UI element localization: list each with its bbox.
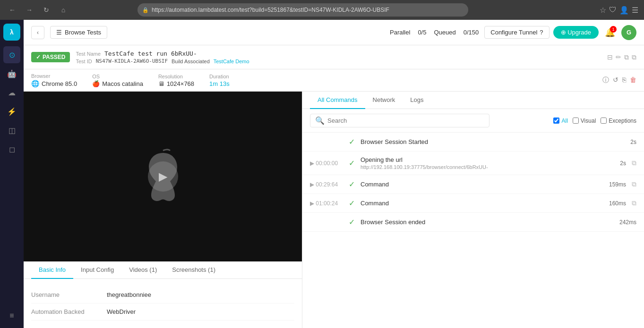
filter-visual[interactable]: Visual <box>573 118 596 124</box>
test-id-label: Test ID <box>76 59 92 64</box>
command-name: Opening the url <box>361 156 597 163</box>
filter-icon[interactable]: ⊟ <box>607 53 613 61</box>
basic-info-area: Username thegreatbonniee Automation Back… <box>24 279 302 328</box>
tab-input-config[interactable]: Input Config <box>73 261 121 279</box>
configure-tunnel-button[interactable]: Configure Tunnel ? <box>484 26 549 39</box>
command-name-col: Browser Session Started <box>361 138 607 145</box>
browser-value: Chrome 85.0 <box>42 80 77 87</box>
filter-visual-checkbox[interactable] <box>573 118 579 124</box>
filter-all[interactable]: All <box>553 118 567 124</box>
main-content: ‹ ☰ Browse Tests Parallel 0/5 Queued 0/1… <box>24 20 644 328</box>
command-duration: 159ms <box>602 181 626 188</box>
check-icon: ✓ <box>36 54 41 60</box>
list-icon: ☰ <box>56 29 62 36</box>
notifications-button[interactable]: 🔔 1 <box>602 25 618 40</box>
reload-button[interactable]: ↻ <box>40 3 53 17</box>
check-icon: ✓ <box>349 218 355 227</box>
copy-icon[interactable]: ⧉ <box>624 53 629 61</box>
notification-badge: 1 <box>610 26 617 33</box>
screenshot-icon[interactable]: ⧉ <box>632 199 636 207</box>
video-panel: ▶ Basic Info Input Config Videos (1) Scr… <box>24 92 302 328</box>
status-text: PASSED <box>43 54 65 60</box>
duration-label: Duration <box>209 74 230 79</box>
upgrade-button[interactable]: ⊕ Upgrade <box>553 26 599 39</box>
content-area: ✓ PASSED Test Name TestCafe test run 6bR… <box>24 45 644 328</box>
status-badge: ✓ PASSED <box>31 52 70 62</box>
build-link[interactable]: TestCafe Demo <box>214 59 249 64</box>
edit-icon[interactable]: ✏ <box>616 53 621 61</box>
command-name: Command <box>361 200 597 207</box>
commands-panel: All Commands Network Logs 🔍 <box>302 92 644 328</box>
command-name-col: Opening the url http://192.168.100.19:37… <box>361 156 597 170</box>
command-list: ✓ Browser Session Started 2s ▶ 00:00:00 <box>302 133 644 328</box>
tab-all-commands[interactable]: All Commands <box>310 92 365 109</box>
sidebar-item-automation[interactable]: 🤖 <box>3 65 20 82</box>
tab-basic-info[interactable]: Basic Info <box>31 261 73 279</box>
copy2-icon[interactable]: ⧉ <box>632 53 636 61</box>
command-row: ▶ 00:00:00 ✓ Opening the url http://192.… <box>302 151 644 175</box>
top-bar-actions: Configure Tunnel ? ⊕ Upgrade 🔔 1 G <box>484 25 636 40</box>
bookmark-icon[interactable]: ☆ <box>600 6 606 15</box>
back-button[interactable]: ← <box>6 3 19 17</box>
browse-tests-button[interactable]: ☰ Browse Tests <box>50 26 107 39</box>
tab-screenshots[interactable]: Screenshots (1) <box>164 261 223 279</box>
profile-icon[interactable]: 👤 <box>619 6 629 15</box>
menu-icon[interactable]: ☰ <box>632 6 638 15</box>
tab-logs[interactable]: Logs <box>403 92 431 109</box>
command-duration: 2s <box>613 139 636 145</box>
sidebar-item-visual[interactable]: ◫ <box>3 122 20 139</box>
command-duration: 242ms <box>613 219 636 226</box>
command-name: Command <box>361 181 597 188</box>
search-input[interactable] <box>327 117 484 124</box>
screenshot-icon[interactable]: ⧉ <box>632 180 636 188</box>
app-logo[interactable]: λ <box>3 24 20 41</box>
resolution-label: Resolution <box>158 74 194 79</box>
os-meta: OS 🍎 Macos catalina <box>92 74 143 87</box>
basic-info-username-row: Username thegreatbonniee <box>31 286 294 303</box>
rerun-icon[interactable]: ↺ <box>613 76 618 84</box>
build-associated-label: Build Associated <box>172 59 210 64</box>
resolution-meta: Resolution 🖥 1024×768 <box>158 74 194 87</box>
forward-button[interactable]: → <box>23 3 36 17</box>
browser-meta: Browser 🌐 Chrome 85.0 <box>31 73 77 87</box>
home-button[interactable]: ⌂ <box>57 3 70 17</box>
sidebar-item-settings[interactable]: ◻ <box>3 141 20 158</box>
tab-videos[interactable]: Videos (1) <box>121 261 164 279</box>
sidebar-item-docs[interactable]: ≡ <box>3 307 20 324</box>
back-navigation-button[interactable]: ‹ <box>31 26 44 39</box>
info-icon[interactable]: ⓘ <box>602 76 609 84</box>
command-row: ▶ 01:00:24 ✓ Command 160ms ⧉ <box>302 194 644 213</box>
lock-icon: 🔒 <box>142 7 149 13</box>
test-name-section: Test Name TestCafe test run 6bRxUU- Test… <box>76 50 601 64</box>
command-duration: 160ms <box>602 200 626 207</box>
automation-value: WebDriver <box>107 308 136 315</box>
top-bar: ‹ ☰ Browse Tests Parallel 0/5 Queued 0/1… <box>24 20 644 45</box>
address-bar[interactable]: 🔒 https://automation.lambdatest.com/test… <box>137 3 468 17</box>
delete-icon[interactable]: 🗑 <box>630 76 636 84</box>
tab-network[interactable]: Network <box>365 92 403 109</box>
command-duration: 2s <box>602 160 626 167</box>
share-icon[interactable]: ⎘ <box>622 76 626 84</box>
sidebar-item-home[interactable]: ⊙ <box>3 46 20 63</box>
test-name-label: Test Name <box>76 51 101 57</box>
sidebar-item-analytics[interactable]: ⚡ <box>3 103 20 120</box>
filter-all-checkbox[interactable] <box>553 118 559 124</box>
filter-exceptions[interactable]: Exceptions <box>601 118 636 124</box>
command-subtext: http://192.168.100.19:37775/browser/conn… <box>361 164 597 170</box>
screenshot-icon[interactable]: ⧉ <box>632 159 636 167</box>
sidebar-item-realdevice[interactable]: ☁ <box>3 84 20 101</box>
filter-exceptions-checkbox[interactable] <box>601 118 607 124</box>
extensions-icon[interactable]: 🛡 <box>609 6 617 14</box>
video-container[interactable]: ▶ <box>24 92 302 261</box>
command-row: ✓ Browser Session Started 2s <box>302 133 644 151</box>
basic-info-automation-row: Automation Backed WebDriver <box>31 303 294 320</box>
filter-exceptions-label: Exceptions <box>609 118 636 124</box>
os-label: OS <box>92 74 143 79</box>
user-avatar[interactable]: G <box>621 25 636 40</box>
search-icon: 🔍 <box>315 116 325 125</box>
commands-tabs-bar: All Commands Network Logs <box>302 92 644 109</box>
test-id-value: NS47W-KIDLA-2AW6O-UBSIF <box>96 58 168 64</box>
search-box[interactable]: 🔍 <box>310 114 489 127</box>
queued-value: 0/150 <box>464 29 479 36</box>
queued-label: Queued <box>434 29 455 36</box>
